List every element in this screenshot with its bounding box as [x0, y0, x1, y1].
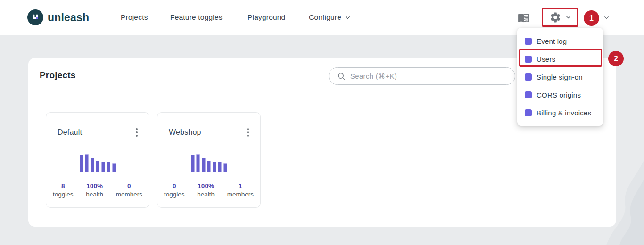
chevron-down-icon: [603, 15, 610, 21]
gear-icon: [549, 11, 561, 24]
project-bars-icon: [157, 154, 260, 172]
nav-item-configure[interactable]: Configure: [309, 0, 351, 35]
kebab-menu-icon[interactable]: [245, 126, 251, 139]
stat-toggles: 8 toggles: [53, 182, 74, 198]
menu-item-billing-invoices[interactable]: Billing & invoices: [517, 104, 603, 122]
menu-item-users[interactable]: Users: [517, 50, 603, 68]
stat-toggles: 0 toggles: [164, 182, 185, 198]
search-box[interactable]: [329, 67, 515, 85]
menu-bullet-icon: [525, 91, 532, 98]
annotation-step-1-badge: 1: [584, 10, 599, 26]
brand-name: unleash: [48, 11, 89, 24]
menu-bullet-icon: [525, 74, 532, 81]
menu-item-single-sign-on[interactable]: Single sign-on: [517, 68, 603, 86]
project-bars-icon: [46, 154, 149, 172]
stat-health: 100% health: [86, 182, 103, 198]
search-input[interactable]: [350, 72, 515, 80]
nav-item-feature-toggles[interactable]: Feature toggles: [170, 0, 223, 35]
project-card-webshop[interactable]: Webshop 0 toggles 100% health 1 members: [157, 112, 261, 208]
menu-item-cors-origins[interactable]: CORS origins: [517, 86, 603, 104]
project-name: Webshop: [169, 128, 201, 137]
stat-members: 1 members: [227, 182, 254, 198]
menu-book-icon: [518, 11, 530, 24]
menu-bullet-icon: [525, 38, 532, 45]
stat-members: 0 members: [116, 182, 142, 198]
stat-health: 100% health: [197, 182, 215, 198]
chevron-down-icon: [345, 15, 351, 21]
project-name: Default: [58, 128, 82, 137]
nav-item-projects[interactable]: Projects: [121, 0, 148, 35]
menu-item-event-log[interactable]: Event log: [517, 32, 603, 50]
nav-item-playground[interactable]: Playground: [248, 0, 285, 35]
unleash-logo-icon: [27, 9, 43, 25]
profile-menu-button[interactable]: [603, 0, 610, 35]
search-icon: [337, 72, 346, 81]
kebab-menu-icon[interactable]: [134, 126, 140, 139]
annotation-step-2-badge: 2: [608, 51, 624, 66]
settings-menu-button-highlight[interactable]: [542, 8, 578, 27]
page-title: Projects: [40, 58, 76, 92]
project-card-default[interactable]: Default 8 toggles 100% health 0 members: [46, 112, 149, 208]
menu-bullet-icon: [525, 109, 532, 116]
settings-dropdown-menu: Event log Users Single sign-on CORS orig…: [517, 28, 603, 126]
chevron-down-icon: [565, 14, 571, 20]
unleash-logo[interactable]: unleash: [27, 0, 89, 35]
menu-bullet-icon: [525, 56, 532, 63]
